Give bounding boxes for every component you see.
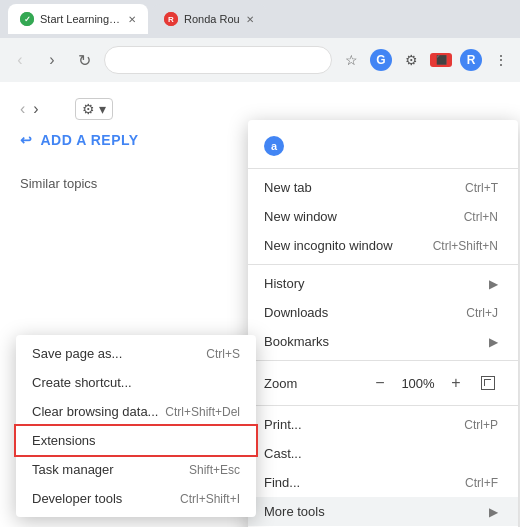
gear-dropdown-button[interactable]: ⚙ ▾ — [75, 98, 113, 120]
tab-1-label: Start Learning at Tree — [40, 13, 122, 25]
menu-item-more-tools[interactable]: More tools ▶ — [248, 497, 518, 526]
devtools-label: Developer tools — [32, 491, 180, 506]
incognito-shortcut: Ctrl+Shift+N — [433, 239, 498, 253]
zoom-row: Zoom − 100% + — [248, 365, 518, 401]
menu-section-print: Print... Ctrl+P Cast... Find... Ctrl+F M… — [248, 406, 518, 527]
tab-1-favicon: ✓ — [20, 12, 34, 26]
extensions-label: Extensions — [32, 433, 240, 448]
bookmarks-arrow: ▶ — [489, 335, 498, 349]
menu-profile-section: a — [248, 124, 518, 169]
forward-button[interactable]: › — [40, 51, 64, 69]
extension-icon[interactable]: G — [370, 49, 392, 71]
more-tools-arrow: ▶ — [489, 505, 498, 519]
page-content: ‹ › ⚙ ▾ ↩ ADD A REPLY Similar topics App… — [0, 82, 520, 527]
incognito-label: New incognito window — [264, 238, 393, 253]
chrome-menu-button[interactable]: ⋮ — [490, 49, 512, 71]
create-shortcut-label: Create shortcut... — [32, 375, 240, 390]
add-reply-button[interactable]: ↩ ADD A REPLY — [20, 132, 139, 148]
settings-icon[interactable]: ⚙ — [400, 49, 422, 71]
next-arrow[interactable]: › — [33, 100, 38, 118]
menu-item-history[interactable]: History ▶ — [248, 269, 518, 298]
new-window-label: New window — [264, 209, 424, 224]
new-tab-label: New tab — [264, 180, 425, 195]
print-label: Print... — [264, 417, 424, 432]
task-manager-label: Task manager — [32, 462, 189, 477]
prev-arrow[interactable]: ‹ — [20, 100, 25, 118]
menu-section-history: History ▶ Downloads Ctrl+J Bookmarks ▶ — [248, 265, 518, 361]
add-reply-label: ADD A REPLY — [41, 132, 139, 148]
zoom-label: Zoom — [264, 376, 362, 391]
save-page-label: Save page as... — [32, 346, 206, 361]
new-window-shortcut: Ctrl+N — [464, 210, 498, 224]
menu-item-bookmarks[interactable]: Bookmarks ▶ — [248, 327, 518, 356]
gear-icon: ⚙ — [82, 101, 95, 117]
refresh-button[interactable]: ↻ — [72, 51, 96, 70]
find-shortcut: Ctrl+F — [465, 476, 498, 490]
downloads-label: Downloads — [264, 305, 426, 320]
tab-2-favicon: R — [164, 12, 178, 26]
save-page-shortcut: Ctrl+S — [206, 347, 240, 361]
page-menu-shortcut[interactable]: Create shortcut... — [16, 368, 256, 397]
history-arrow: ▶ — [489, 277, 498, 291]
menu-profile-icon[interactable]: a — [264, 136, 284, 156]
tab-1-close[interactable]: ✕ — [128, 14, 136, 25]
new-tab-shortcut: Ctrl+T — [465, 181, 498, 195]
browser-nav-bar: ‹ › ↻ ☆ G ⚙ ⬛ R ⋮ — [0, 38, 520, 82]
menu-item-new-window[interactable]: New window Ctrl+N — [248, 202, 518, 231]
print-shortcut: Ctrl+P — [464, 418, 498, 432]
tab-2[interactable]: R Ronda Rou ✕ — [152, 4, 266, 34]
tab-list: ✓ Start Learning at Tree ✕ R Ronda Rou ✕ — [8, 4, 512, 34]
toolbar-icons: ☆ G ⚙ ⬛ R ⋮ — [340, 49, 512, 71]
bookmark-icon[interactable]: ☆ — [340, 49, 362, 71]
find-label: Find... — [264, 475, 425, 490]
fullscreen-icon — [481, 376, 495, 390]
tab-2-label: Ronda Rou — [184, 13, 240, 25]
svg-text:✓: ✓ — [24, 15, 31, 24]
chrome-context-menu: a New tab Ctrl+T New window Ctrl+N New i… — [248, 120, 518, 527]
menu-item-find[interactable]: Find... Ctrl+F — [248, 468, 518, 497]
zoom-value: 100% — [398, 376, 438, 391]
task-manager-shortcut: Shift+Esc — [189, 463, 240, 477]
history-label: History — [264, 276, 489, 291]
tab-1[interactable]: ✓ Start Learning at Tree ✕ — [8, 4, 148, 34]
menu-item-cast[interactable]: Cast... — [248, 439, 518, 468]
page-context-menu: Save page as... Ctrl+S Create shortcut..… — [16, 335, 256, 517]
extension2-icon[interactable]: ⬛ — [430, 53, 452, 67]
back-button[interactable]: ‹ — [8, 51, 32, 69]
devtools-shortcut: Ctrl+Shift+I — [180, 492, 240, 506]
zoom-plus-button[interactable]: + — [442, 369, 470, 397]
menu-item-new-tab[interactable]: New tab Ctrl+T — [248, 173, 518, 202]
cast-label: Cast... — [264, 446, 498, 461]
address-bar[interactable] — [104, 46, 332, 74]
zoom-minus-button[interactable]: − — [366, 369, 394, 397]
tab-2-close[interactable]: ✕ — [246, 14, 254, 25]
page-menu-task-manager[interactable]: Task manager Shift+Esc — [16, 455, 256, 484]
menu-item-incognito[interactable]: New incognito window Ctrl+Shift+N — [248, 231, 518, 260]
page-menu-devtools[interactable]: Developer tools Ctrl+Shift+I — [16, 484, 256, 513]
clear-shortcut: Ctrl+Shift+Del — [165, 405, 240, 419]
menu-item-print[interactable]: Print... Ctrl+P — [248, 410, 518, 439]
profile-avatar[interactable]: R — [460, 49, 482, 71]
gear-dropdown-arrow: ▾ — [99, 101, 106, 117]
menu-item-downloads[interactable]: Downloads Ctrl+J — [248, 298, 518, 327]
page-menu-extensions[interactable]: Extensions — [16, 426, 256, 455]
downloads-shortcut: Ctrl+J — [466, 306, 498, 320]
page-menu-save[interactable]: Save page as... Ctrl+S — [16, 339, 256, 368]
menu-section-zoom: Zoom − 100% + — [248, 361, 518, 406]
svg-text:R: R — [168, 15, 174, 24]
menu-section-new: New tab Ctrl+T New window Ctrl+N New inc… — [248, 169, 518, 265]
page-menu-clear[interactable]: Clear browsing data... Ctrl+Shift+Del — [16, 397, 256, 426]
browser-tab-bar: ✓ Start Learning at Tree ✕ R Ronda Rou ✕ — [0, 0, 520, 38]
zoom-fullscreen-button[interactable] — [474, 369, 502, 397]
page-nav-icons: ‹ › ⚙ ▾ — [20, 98, 500, 120]
clear-browsing-label: Clear browsing data... — [32, 404, 165, 419]
reply-arrow-icon: ↩ — [20, 132, 33, 148]
bookmarks-label: Bookmarks — [264, 334, 489, 349]
more-tools-label: More tools — [264, 504, 489, 519]
